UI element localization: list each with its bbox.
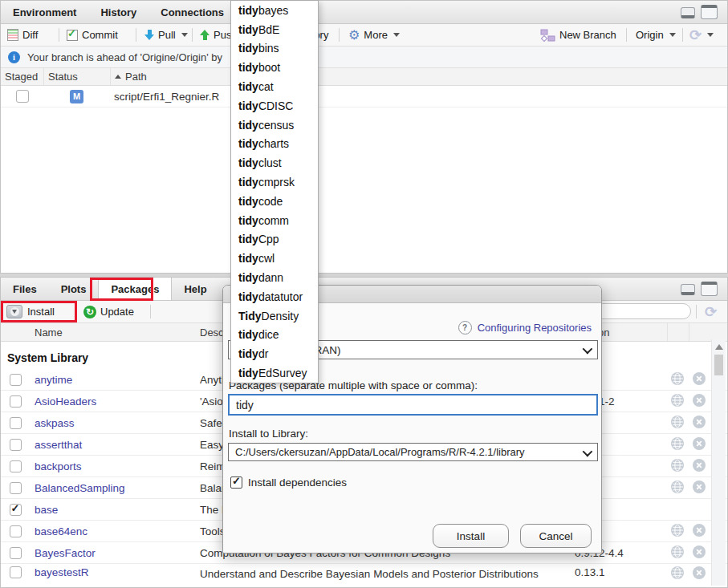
- package-website-icon[interactable]: [671, 481, 684, 496]
- refresh-packages-button[interactable]: ⟳: [705, 301, 717, 322]
- scrollbar-thumb[interactable]: [714, 355, 723, 375]
- autocomplete-item[interactable]: tidycmprsk: [231, 172, 318, 192]
- package-name-link[interactable]: assertthat: [35, 439, 82, 451]
- commit-button[interactable]: Commit: [67, 24, 118, 46]
- minimize-pane-icon[interactable]: [681, 7, 695, 18]
- package-loaded-checkbox[interactable]: [10, 482, 22, 494]
- remove-package-icon[interactable]: [693, 437, 706, 452]
- remove-package-icon[interactable]: [693, 524, 706, 539]
- maximize-pane-icon[interactable]: [701, 5, 718, 19]
- install-to-library-select[interactable]: C:/Users/ckersuzan/AppData/Local/Program…: [228, 443, 598, 461]
- package-website-icon[interactable]: [671, 459, 684, 474]
- autocomplete-item[interactable]: tidycwl: [231, 249, 318, 268]
- package-website-icon[interactable]: [671, 416, 684, 431]
- refresh-button[interactable]: ⟳: [689, 24, 714, 46]
- help-question-icon[interactable]: ?: [458, 321, 472, 335]
- autocomplete-item[interactable]: tidybins: [231, 39, 318, 59]
- update-button[interactable]: ↻ Update: [83, 301, 134, 322]
- pull-button[interactable]: Pull: [144, 24, 188, 46]
- autocomplete-item[interactable]: tidydann: [231, 268, 318, 287]
- tab-connections[interactable]: Connections: [148, 1, 236, 23]
- tab-environment[interactable]: Environment: [1, 1, 88, 23]
- package-name-link[interactable]: bayestestR: [35, 566, 89, 578]
- package-name-link[interactable]: BayesFactor: [35, 547, 96, 559]
- autocomplete-item[interactable]: tidybayes: [231, 1, 318, 20]
- remove-package-icon[interactable]: [693, 394, 706, 409]
- package-loaded-checkbox[interactable]: [10, 504, 22, 516]
- install-button[interactable]: Install: [6, 301, 55, 322]
- status-column-header[interactable]: Status: [43, 68, 110, 85]
- package-loaded-checkbox[interactable]: [10, 460, 22, 472]
- packages-input[interactable]: [228, 394, 598, 416]
- autocomplete-item[interactable]: tidyCDISC: [231, 96, 318, 116]
- diff-button[interactable]: Diff: [7, 24, 38, 46]
- tab-history[interactable]: History: [88, 1, 148, 23]
- remove-package-icon[interactable]: [693, 416, 706, 431]
- package-name-link[interactable]: askpass: [35, 417, 75, 429]
- new-branch-button[interactable]: New Branch: [540, 24, 616, 46]
- origin-button[interactable]: Origin: [636, 24, 676, 46]
- autocomplete-item[interactable]: tidydice: [231, 326, 318, 345]
- autocomplete-item[interactable]: tidycensus: [231, 116, 318, 135]
- dialog-install-button[interactable]: Install: [433, 524, 509, 548]
- vertical-scrollbar[interactable]: [711, 339, 726, 586]
- package-website-icon[interactable]: [671, 545, 684, 561]
- autocomplete-item[interactable]: tidycomm: [231, 211, 318, 230]
- autocomplete-item[interactable]: TidyDensity: [231, 306, 318, 326]
- autocomplete-item[interactable]: tidyCpp: [231, 230, 318, 249]
- tab-plots[interactable]: Plots: [49, 278, 99, 300]
- package-loaded-checkbox[interactable]: [10, 547, 22, 559]
- package-website-icon[interactable]: [671, 437, 684, 452]
- tab-help[interactable]: Help: [172, 278, 218, 300]
- configuring-repositories-link[interactable]: Configuring Repositories: [478, 322, 592, 334]
- package-name-link[interactable]: backports: [35, 460, 82, 472]
- git-toolbar: Diff Commit Pull Push History ⚙ More: [1, 24, 727, 47]
- remove-package-icon[interactable]: [693, 566, 706, 582]
- package-website-icon[interactable]: [671, 566, 684, 582]
- package-loaded-checkbox[interactable]: [10, 417, 22, 429]
- autocomplete-item[interactable]: tidyboot: [231, 58, 318, 77]
- git-file-row[interactable]: M script/Erfi1_Regnier.R: [1, 86, 727, 107]
- remove-package-icon[interactable]: [693, 372, 706, 387]
- package-name-link[interactable]: BalancedSampling: [35, 482, 125, 494]
- staged-checkbox[interactable]: [16, 90, 29, 103]
- scroll-up-icon[interactable]: [715, 344, 723, 350]
- package-name-link[interactable]: base: [35, 504, 58, 516]
- tab-plots-label: Plots: [61, 283, 87, 295]
- package-loaded-checkbox[interactable]: [10, 374, 22, 386]
- path-column-header[interactable]: Path: [110, 68, 727, 85]
- autocomplete-item[interactable]: tidycharts: [231, 135, 318, 154]
- remove-package-icon[interactable]: [693, 459, 706, 474]
- package-website-icon[interactable]: [671, 372, 684, 387]
- package-loaded-checkbox[interactable]: [10, 566, 22, 578]
- install-dependencies-checkbox[interactable]: [230, 476, 242, 489]
- remove-package-icon[interactable]: [693, 545, 706, 561]
- staged-column-header[interactable]: Staged: [1, 71, 43, 83]
- maximize-pane-icon[interactable]: [701, 282, 718, 296]
- package-name-link[interactable]: anytime: [35, 374, 72, 386]
- autocomplete-item[interactable]: tidycode: [231, 192, 318, 211]
- name-column-header[interactable]: Name: [30, 326, 197, 339]
- package-website-icon[interactable]: [671, 394, 684, 409]
- package-loaded-checkbox[interactable]: [10, 525, 22, 537]
- package-website-icon[interactable]: [671, 524, 684, 539]
- autocomplete-item[interactable]: tidyBdE: [231, 20, 318, 39]
- package-loaded-checkbox[interactable]: [10, 395, 22, 408]
- autocomplete-item[interactable]: tidyEdSurvey: [231, 363, 318, 383]
- dialog-cancel-button[interactable]: Cancel: [520, 524, 592, 548]
- environment-tabbar: Environment History Connections: [1, 1, 727, 24]
- tab-packages[interactable]: Packages: [98, 278, 172, 300]
- package-loaded-checkbox[interactable]: [10, 439, 22, 451]
- more-button[interactable]: ⚙ More: [348, 24, 400, 46]
- package-name-link[interactable]: base64enc: [35, 525, 87, 537]
- minimize-pane-icon[interactable]: [681, 284, 695, 295]
- remove-package-icon[interactable]: [693, 481, 706, 496]
- update-label: Update: [100, 306, 134, 318]
- package-name-link[interactable]: AsioHeaders: [35, 395, 96, 408]
- autocomplete-item[interactable]: tidycat: [231, 77, 318, 96]
- autocomplete-item[interactable]: tidydatatutor: [231, 287, 318, 306]
- tab-files[interactable]: Files: [1, 278, 49, 300]
- autocomplete-item[interactable]: tidyclust: [231, 153, 318, 172]
- tab-packages-label: Packages: [111, 283, 159, 295]
- autocomplete-item[interactable]: tidydr: [231, 344, 318, 363]
